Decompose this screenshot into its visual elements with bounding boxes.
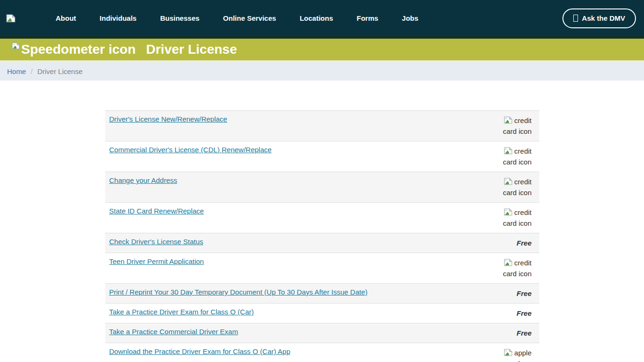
top-navigation-bar: About Individuals Businesses Online Serv…: [0, 0, 644, 39]
service-link-practice-commercial-exam[interactable]: Take a Practice Commercial Driver Exam: [109, 328, 238, 336]
nav-item-locations[interactable]: Locations: [300, 14, 333, 22]
table-row: Take a Practice Driver Exam for Class O …: [105, 304, 539, 323]
breadcrumb-separator: /: [31, 67, 33, 75]
table-row: Change your Address credit card icon: [105, 172, 539, 203]
banner-icon-alt-text: Speedometer icon: [21, 42, 136, 57]
credit-card-broken-image-icon: [504, 178, 512, 185]
page-title: Driver License: [146, 42, 237, 57]
nav-menu: About Individuals Businesses Online Serv…: [56, 14, 418, 22]
service-link-teen-permit[interactable]: Teen Driver Permit Application: [109, 257, 204, 265]
table-row: Driver's License New/Renew/Replace credi…: [105, 111, 539, 141]
credit-card-broken-image-icon: [504, 147, 512, 155]
table-row: Commercial Driver's License (CDL) Renew/…: [105, 141, 539, 172]
ask-the-dmv-button[interactable]: Ask the DMV: [562, 8, 636, 28]
service-link-state-id[interactable]: State ID Card Renew/Replace: [109, 207, 204, 215]
credit-card-broken-image-icon: [504, 259, 512, 266]
banner-broken-image: Speedometer icon: [12, 42, 136, 57]
breadcrumb: Home / Driver License: [0, 62, 644, 81]
nav-item-forms[interactable]: Forms: [356, 14, 378, 22]
main-content: Driver's License New/Renew/Replace credi…: [0, 81, 644, 362]
fee-free-label: Free: [517, 329, 532, 337]
table-row: State ID Card Renew/Replace credit card …: [105, 203, 539, 233]
services-table: Driver's License New/Renew/Replace credi…: [105, 110, 539, 362]
breadcrumb-current-page: Driver License: [37, 67, 83, 75]
service-link-license-status[interactable]: Check Driver's License Status: [109, 238, 204, 246]
table-row: Teen Driver Permit Application credit ca…: [105, 253, 539, 284]
nav-item-about[interactable]: About: [56, 14, 76, 22]
nav-item-online-services[interactable]: Online Services: [223, 14, 276, 22]
service-link-practice-driver-exam[interactable]: Take a Practice Driver Exam for Class O …: [109, 308, 254, 316]
nav-item-individuals[interactable]: Individuals: [99, 14, 136, 22]
service-link-download-exam-app[interactable]: Download the Practice Driver Exam for Cl…: [109, 347, 290, 355]
nav-item-businesses[interactable]: Businesses: [160, 14, 199, 22]
service-link-drivers-license[interactable]: Driver's License New/Renew/Replace: [109, 115, 227, 123]
table-row: Check Driver's License Status Free: [105, 233, 539, 253]
ask-the-dmv-label: Ask the DMV: [582, 14, 625, 22]
service-link-print-temporary-document[interactable]: Print / Reprint Your 30 Day Temporary Do…: [109, 288, 368, 296]
fee-image-alt: apple logo: [514, 349, 532, 362]
table-row: Download the Practice Driver Exam for Cl…: [105, 343, 539, 362]
service-link-change-address[interactable]: Change your Address: [109, 176, 177, 184]
missing-glyph-icon: [573, 15, 578, 22]
fee-free-label: Free: [517, 289, 532, 297]
speedometer-broken-image-icon: [12, 42, 20, 49]
table-row: Print / Reprint Your 30 Day Temporary Do…: [105, 284, 539, 304]
breadcrumb-home-link[interactable]: Home: [7, 67, 26, 75]
page-banner: Speedometer icon Driver License: [0, 39, 644, 62]
table-row: Take a Practice Commercial Driver Exam F…: [105, 323, 539, 343]
site-logo-broken-image-icon[interactable]: [6, 14, 16, 23]
service-link-cdl[interactable]: Commercial Driver's License (CDL) Renew/…: [109, 146, 272, 154]
credit-card-broken-image-icon: [504, 208, 512, 216]
nav-item-jobs[interactable]: Jobs: [402, 14, 418, 22]
fee-free-label: Free: [517, 309, 532, 317]
apple-logo-broken-image-icon: [504, 349, 512, 356]
credit-card-broken-image-icon: [504, 116, 512, 124]
fee-free-label: Free: [517, 239, 532, 247]
